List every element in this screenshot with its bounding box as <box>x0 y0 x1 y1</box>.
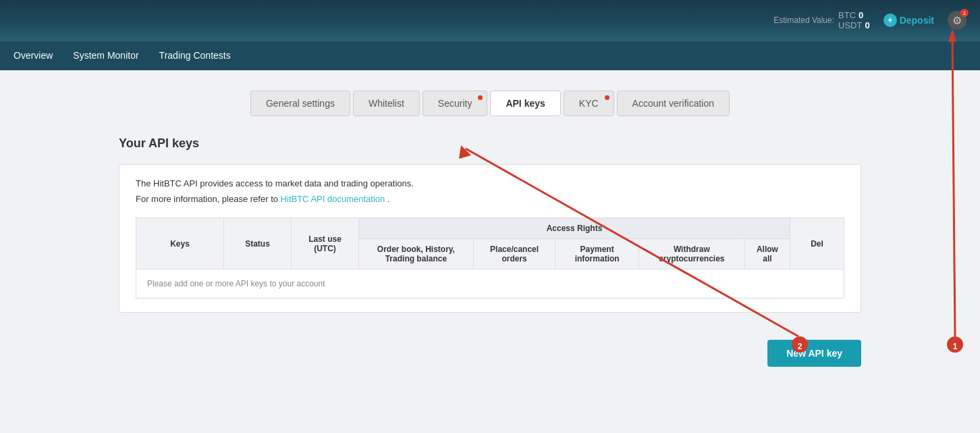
col-header-access-rights: Access Rights <box>359 218 790 239</box>
nav-bar: Overview System Monitor Trading Contests <box>0 41 980 70</box>
settings-button[interactable]: ⚙ 1 <box>948 11 967 30</box>
col-header-place-cancel: Place/cancel orders <box>473 239 555 270</box>
tabs-container: General settings Whitelist Security API … <box>27 91 953 116</box>
deposit-button[interactable]: + Deposit <box>883 14 934 27</box>
usdt-row: USDT 0 <box>838 20 870 30</box>
nav-item-trading-contests[interactable]: Trading Contests <box>159 43 231 69</box>
btc-label: BTC <box>838 10 856 20</box>
tab-kyc[interactable]: KYC <box>564 91 614 116</box>
nav-item-system-monitor[interactable]: System Monitor <box>73 43 138 69</box>
tab-security[interactable]: Security <box>423 91 488 116</box>
info-text-1: The HitBTC API provides access to market… <box>136 178 844 188</box>
col-header-allow-all: Allow all <box>744 239 790 270</box>
col-header-payment-info: Payment information <box>555 239 638 270</box>
nav-item-overview[interactable]: Overview <box>13 43 53 69</box>
tab-api-keys[interactable]: API keys <box>490 91 560 116</box>
action-bar: New API key <box>119 326 861 367</box>
estimated-label: Estimated Value: <box>773 16 834 25</box>
page-title: Your API keys <box>119 136 861 151</box>
currency-values: BTC 0 USDT 0 <box>838 10 870 30</box>
usdt-value: 0 <box>865 20 869 30</box>
btc-row: BTC 0 <box>838 10 870 20</box>
api-keys-table: Keys Status Last use (UTC) Access Rights… <box>136 218 844 299</box>
col-header-status: Status <box>224 218 292 270</box>
tab-general-settings[interactable]: General settings <box>250 91 350 116</box>
page-section: Your API keys The HitBTC API provides ac… <box>119 136 861 367</box>
tab-account-verification[interactable]: Account verification <box>617 91 730 116</box>
col-header-order-book: Order book, History, Trading balance <box>359 239 474 270</box>
empty-message: Please add one or more API keys to your … <box>136 270 844 299</box>
usdt-label: USDT <box>838 20 862 30</box>
col-header-del: Del <box>790 218 844 270</box>
gear-icon: ⚙ <box>952 14 962 27</box>
col-header-lastuse: Last use (UTC) <box>292 218 359 270</box>
new-api-key-button[interactable]: New API key <box>767 340 861 367</box>
deposit-icon: + <box>883 14 897 27</box>
api-docs-link[interactable]: HitBTC API documentation <box>281 194 385 204</box>
content-area: General settings Whitelist Security API … <box>0 70 980 387</box>
tab-whitelist[interactable]: Whitelist <box>353 91 420 116</box>
deposit-label: Deposit <box>900 15 934 26</box>
notification-badge: 1 <box>960 9 969 17</box>
top-bar-right: Estimated Value: BTC 0 USDT 0 + Deposit … <box>773 10 967 30</box>
col-header-keys: Keys <box>136 218 224 270</box>
info-text-2-suffix: . <box>387 194 390 204</box>
empty-row: Please add one or more API keys to your … <box>136 270 844 299</box>
col-header-withdraw: Withdraw cryptocurrencies <box>638 239 744 270</box>
info-text-2: For more information, please refer to Hi… <box>136 194 844 204</box>
info-box: The HitBTC API provides access to market… <box>119 164 861 313</box>
info-text-2-prefix: For more information, please refer to <box>136 194 278 204</box>
kyc-dot <box>605 95 609 100</box>
btc-value: 0 <box>859 10 863 20</box>
security-dot <box>478 95 483 100</box>
top-bar: Estimated Value: BTC 0 USDT 0 + Deposit … <box>0 0 980 41</box>
estimated-value-block: Estimated Value: BTC 0 USDT 0 <box>773 10 869 30</box>
